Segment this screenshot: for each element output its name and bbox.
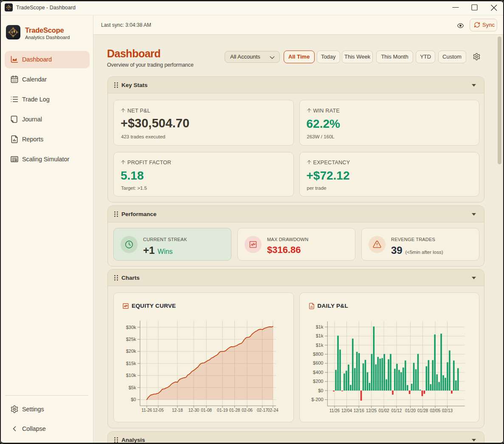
svg-text:12-05: 12-05 xyxy=(153,408,164,413)
svg-text:12/04: 12/04 xyxy=(341,408,352,413)
svg-text:12/16: 12/16 xyxy=(353,408,364,413)
svg-text:$25k: $25k xyxy=(126,337,136,342)
svg-text:$0: $0 xyxy=(131,397,136,402)
svg-text:01-28: 01-28 xyxy=(229,408,240,413)
svg-text:$5k: $5k xyxy=(129,385,136,390)
svg-text:01/12: 01/12 xyxy=(391,408,402,413)
svg-text:$400: $400 xyxy=(313,370,323,375)
svg-text:02-24: 02-24 xyxy=(267,408,279,413)
svg-text:11/26: 11/26 xyxy=(329,408,340,413)
svg-text:02-17: 02-17 xyxy=(257,408,268,413)
svg-text:$1k: $1k xyxy=(315,333,323,338)
svg-text:01/02: 01/02 xyxy=(378,408,389,413)
svg-text:$0: $0 xyxy=(318,388,323,393)
svg-text:11-26: 11-26 xyxy=(141,408,152,413)
svg-text:$10k: $10k xyxy=(126,373,136,378)
svg-text:01-08: 01-08 xyxy=(201,408,212,413)
svg-text:$1k: $1k xyxy=(315,343,323,348)
svg-text:12-18: 12-18 xyxy=(172,408,183,413)
svg-text:02/13: 02/13 xyxy=(442,408,452,413)
svg-text:$15k: $15k xyxy=(126,361,136,366)
svg-text:02-06: 02-06 xyxy=(242,408,253,413)
svg-text:02/05: 02/05 xyxy=(430,408,440,413)
svg-text:$600: $600 xyxy=(313,360,323,365)
svg-text:$30k: $30k xyxy=(126,325,136,330)
svg-text:$200: $200 xyxy=(313,379,323,384)
svg-text:$20k: $20k xyxy=(126,348,136,354)
svg-text:$-200: $-200 xyxy=(311,397,323,402)
svg-text:01/20: 01/20 xyxy=(405,408,415,413)
svg-text:01-19: 01-19 xyxy=(217,408,228,413)
svg-text:$800: $800 xyxy=(313,351,323,357)
svg-text:12/25: 12/25 xyxy=(366,408,377,413)
svg-text:$1k: $1k xyxy=(315,324,323,329)
svg-text:12-30: 12-30 xyxy=(189,408,200,413)
svg-text:01/28: 01/28 xyxy=(417,408,428,413)
